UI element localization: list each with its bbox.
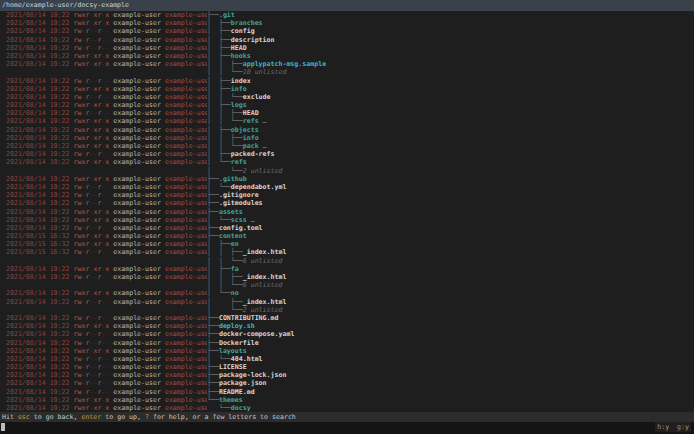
tree-row[interactable]: 2021/08/14 19:22 rw-r--r-- example-user … (2, 150, 694, 158)
group-name: example-user (165, 298, 207, 306)
tree-row[interactable]: 2021/08/14 19:22 rwxr-xr-x example-user … (2, 85, 694, 93)
permissions: rw-r--r-- (73, 339, 109, 347)
tree-row[interactable]: 2021/08/14 19:22 rwxr-xr-x example-user … (2, 347, 694, 355)
modified-date: 2021/08/14 19:22 (2, 85, 73, 93)
tree-row[interactable]: 2021/08/14 19:22 rwxr-xr-x example-user … (2, 52, 694, 60)
tree-row[interactable]: │ │ └──6 unlisted (2, 257, 694, 265)
tree-row[interactable]: 2021/08/14 19:22 rwxr-xr-x example-user … (2, 142, 694, 150)
entry-name: .gitmodules (219, 199, 263, 207)
group-name: example-user (165, 379, 207, 387)
row-metadata: 2021/08/14 19:22 rw-r--r-- example-user … (2, 183, 207, 191)
permissions: rwxr-xr-x (73, 158, 109, 166)
search-input[interactable]: h:y g:y (0, 422, 694, 434)
tree-row[interactable]: │ └──2 unlisted (2, 167, 694, 175)
permissions: rw-r--r-- (73, 314, 109, 322)
tree-row[interactable]: 2021/08/14 19:22 rw-r--r-- example-user … (2, 224, 694, 232)
tree-row[interactable]: 2021/08/14 19:22 rw-r--r-- example-user … (2, 355, 694, 363)
modified-date: 2021/08/14 19:22 (2, 379, 73, 387)
group-name: example-user (165, 134, 207, 142)
row-metadata (2, 257, 207, 265)
entry-name: deploy.sh (219, 322, 255, 330)
tree-row[interactable]: 2021/08/14 19:22 rw-r--r-- example-user … (2, 44, 694, 52)
modified-date: 2021/08/14 19:22 (2, 289, 73, 297)
tree-row[interactable]: 2021/08/14 19:22 rwxr-xr-x example-user … (2, 175, 694, 183)
tree-row[interactable]: 2021/08/14 19:22 rw-r--r-- example-user … (2, 273, 694, 281)
tree-row[interactable]: 2021/08/14 19:22 rwxr-xr-x example-user … (2, 322, 694, 330)
unlisted-count: 10 unlisted (243, 68, 287, 76)
modified-date: 2021/08/14 19:22 (2, 216, 73, 224)
tree-branch-lines: │ │ ├── (207, 273, 243, 281)
group-name: example-user (165, 232, 207, 240)
permissions: rw-r--r-- (73, 183, 109, 191)
tree-row[interactable]: 2021/08/14 19:22 rw-r--r-- example-user … (2, 363, 694, 371)
tree-row[interactable]: 2021/08/14 19:22 rwxr-xr-x example-user … (2, 265, 694, 273)
tree-row[interactable]: 2021/08/14 19:22 rwxr-xr-x example-user … (2, 404, 694, 412)
tree-row[interactable]: 2021/08/14 19:22 rw-r--r-- example-user … (2, 27, 694, 35)
permissions: rw-r--r-- (73, 224, 109, 232)
tree-row[interactable]: │ │ └──6 unlisted (2, 281, 694, 289)
tree-row[interactable]: 2021/08/14 19:22 rwxr-xr-x example-user … (2, 396, 694, 404)
tree-row[interactable]: 2021/08/15 16:32 rwxr-xr-x example-user … (2, 240, 694, 248)
tree-row[interactable]: 2021/08/14 19:22 rw-r--r-- example-user … (2, 109, 694, 117)
modified-date: 2021/08/14 19:22 (2, 404, 73, 412)
group-name: example-user (165, 19, 207, 27)
tree-row[interactable]: 2021/08/14 19:22 rwxr-xr-x example-user … (2, 101, 694, 109)
tree-row[interactable]: 2021/08/14 19:22 rw-r--r-- example-user … (2, 330, 694, 338)
row-metadata: 2021/08/14 19:22 rw-r--r-- example-user … (2, 191, 207, 199)
tree-row[interactable]: 2021/08/14 19:22 rwxr-xr-x example-user … (2, 11, 694, 19)
permissions: rw-r--r-- (73, 355, 109, 363)
tree-row[interactable]: 2021/08/14 19:22 rw-r--r-- example-user … (2, 36, 694, 44)
owner-name: example-user (109, 298, 165, 306)
modified-date: 2021/08/14 19:22 (2, 142, 73, 150)
entry-name: assets (219, 208, 243, 216)
current-path[interactable]: /home/example-user/docsy-example (0, 0, 694, 11)
tree-branch-lines: │ │ ├── (207, 134, 243, 142)
tree-row[interactable]: 2021/08/14 19:22 rwxr-xr-x example-user … (2, 19, 694, 27)
tree-row[interactable]: 2021/08/15 16:32 rw-r--r-- example-user … (2, 248, 694, 256)
owner-name: example-user (109, 224, 165, 232)
permissions: rwxr-xr-x (73, 85, 109, 93)
tree-row[interactable]: 2021/08/14 19:22 rwxr-xr-x example-user … (2, 60, 694, 68)
tree-branch-lines: │ ├── (207, 77, 231, 85)
modified-date: 2021/08/14 19:22 (2, 36, 73, 44)
tree-row[interactable]: 2021/08/14 19:22 rwxr-xr-x example-user … (2, 158, 694, 166)
tree-branch-lines: │ └── (207, 355, 231, 363)
tree-row[interactable]: 2021/08/14 19:22 rw-r--r-- example-user … (2, 77, 694, 85)
group-name: example-user (165, 363, 207, 371)
owner-name: example-user (109, 175, 165, 183)
tree-row[interactable]: 2021/08/15 16:32 rwxr-xr-x example-user … (2, 232, 694, 240)
tree-row[interactable]: 2021/08/14 19:22 rwxr-xr-x example-user … (2, 208, 694, 216)
row-metadata: 2021/08/14 19:22 rwxr-xr-x example-user … (2, 11, 207, 19)
tree-branch-lines: │ │ └── (207, 93, 243, 101)
status-bar: Hit esc to go back, enter to go up, ? fo… (0, 412, 694, 422)
tree-row[interactable]: 2021/08/14 19:22 rw-r--r-- example-user … (2, 339, 694, 347)
tree-row[interactable]: 2021/08/14 19:22 rw-r--r-- example-user … (2, 183, 694, 191)
row-metadata: 2021/08/14 19:22 rw-r--r-- example-user … (2, 27, 207, 35)
tree-row[interactable]: 2021/08/14 19:22 rw-r--r-- example-user … (2, 379, 694, 387)
tree-row[interactable]: 2021/08/14 19:22 rw-r--r-- example-user … (2, 191, 694, 199)
tree-row[interactable]: │ └──2 unlisted (2, 306, 694, 314)
tree-row[interactable]: 2021/08/14 19:22 rw-r--r-- example-user … (2, 314, 694, 322)
tree-row[interactable]: 2021/08/14 19:22 rwxr-xr-x example-user … (2, 289, 694, 297)
tree-row[interactable]: │ │ └──10 unlisted (2, 68, 694, 76)
tree-row[interactable]: 2021/08/14 19:22 rwxr-xr-x example-user … (2, 117, 694, 125)
tree-branch-lines: └── (207, 404, 231, 412)
tree-row[interactable]: 2021/08/14 19:22 rw-r--r-- example-user … (2, 298, 694, 306)
owner-name: example-user (109, 208, 165, 216)
tree-row[interactable]: 2021/08/14 19:22 rw-r--r-- example-user … (2, 93, 694, 101)
row-metadata: 2021/08/14 19:22 rwxr-xr-x example-user … (2, 134, 207, 142)
group-name: example-user (165, 208, 207, 216)
tree-row[interactable]: 2021/08/14 19:22 rwxr-xr-x example-user … (2, 134, 694, 142)
broot-terminal: /home/example-user/docsy-example 2021/08… (0, 0, 694, 434)
owner-name: example-user (109, 27, 165, 35)
tree-row[interactable]: 2021/08/14 19:22 rw-r--r-- example-user … (2, 199, 694, 207)
owner-name: example-user (109, 379, 165, 387)
modified-date: 2021/08/14 19:22 (2, 93, 73, 101)
tree-row[interactable]: 2021/08/14 19:22 rw-r--r-- example-user … (2, 388, 694, 396)
tree-row[interactable]: 2021/08/14 19:22 rwxr-xr-x example-user … (2, 216, 694, 224)
tree-row[interactable]: 2021/08/14 19:22 rw-r--r-- example-user … (2, 371, 694, 379)
row-metadata: 2021/08/14 19:22 rwxr-xr-x example-user … (2, 289, 207, 297)
tree-row[interactable]: 2021/08/14 19:22 rwxr-xr-x example-user … (2, 126, 694, 134)
entry-name: hooks (231, 52, 251, 60)
mode-flags: h:y g:y (655, 422, 691, 432)
